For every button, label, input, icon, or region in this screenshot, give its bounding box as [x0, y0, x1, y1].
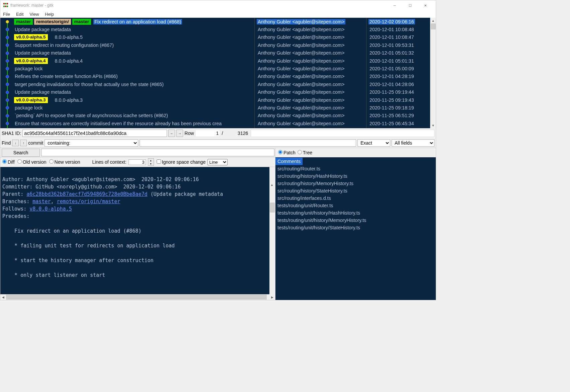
wrap-select[interactable]: Line — [208, 159, 228, 165]
author-cell[interactable]: Anthony Gubler <agubler@sitepen.com> — [255, 73, 366, 80]
commit-row[interactable]: v8.0.0-alpha.38.0.0-alpha.3 — [0, 96, 254, 104]
search-button[interactable]: Search — [2, 149, 40, 157]
ignore-space-checkbox[interactable] — [157, 159, 161, 164]
branch-link-remote[interactable]: remotes/origin/master — [57, 199, 120, 205]
ref-label[interactable]: remotes/origin/ — [34, 18, 71, 25]
commit-row[interactable]: target pending invalidations for those t… — [0, 80, 254, 88]
date-cell[interactable]: 2020-11-25 09:18:19 — [367, 104, 430, 111]
commit-row[interactable]: Update package metadata — [0, 88, 254, 96]
date-cell[interactable]: 2020-12-01 10:08:47 — [367, 33, 430, 41]
author-cell[interactable]: Anthony Gubler <agubler@sitepen.com> — [255, 57, 366, 65]
patch-radio[interactable] — [278, 150, 282, 154]
diff-text[interactable]: Author: Anthony Gubler <agubler@sitepen.… — [0, 167, 275, 294]
commit-row[interactable]: Support redirect in routing configuratio… — [0, 41, 254, 49]
close-button[interactable]: ✕ — [418, 0, 433, 10]
author-cell[interactable]: Anthony Gubler <agubler@sitepen.com> — [255, 25, 366, 33]
date-cell[interactable]: 2020-11-25 09:19:44 — [367, 88, 430, 96]
date-cell[interactable]: 2020-12-01 04:28:06 — [367, 80, 430, 88]
commit-row[interactable]: Update package metadata — [0, 25, 254, 33]
file-item[interactable]: Comments — [275, 158, 303, 165]
file-item[interactable]: tests/routing/unit/Router.ts — [275, 202, 436, 209]
menu-edit[interactable]: Edit — [15, 11, 24, 17]
date-cell[interactable]: 2020-12-01 04:28:19 — [367, 73, 430, 80]
diff-scrollbar[interactable]: ▲ — [269, 167, 275, 294]
date-cell[interactable]: 2020-12-01 05:01:32 — [367, 49, 430, 57]
search-input[interactable] — [41, 149, 274, 156]
author-cell[interactable]: Anthony Gubler <agubler@sitepen.com> — [255, 96, 366, 104]
diff-radio[interactable] — [2, 159, 7, 164]
file-list[interactable]: Commentssrc/routing/Router.tssrc/routing… — [275, 157, 436, 300]
file-item[interactable]: tests/routing/unit/history/StateHistory.… — [275, 224, 436, 231]
date-cell[interactable]: 2020-12-01 10:08:48 — [367, 25, 430, 33]
author-cell[interactable]: Anthony Gubler <agubler@sitepen.com> — [255, 33, 366, 41]
minimize-button[interactable]: ─ — [387, 0, 402, 10]
author-cell[interactable]: Anthony Gubler <agubler@sitepen.com> — [255, 65, 366, 72]
find-mode[interactable]: commit — [28, 140, 43, 146]
find-match-select[interactable]: Exact — [357, 139, 390, 147]
context-input[interactable] — [129, 159, 146, 165]
ref-label[interactable]: v8.0.0-alpha.3 — [14, 97, 48, 103]
author-cell[interactable]: Anthony Gubler <agubler@sitepen.com> — [255, 88, 366, 96]
file-item[interactable]: src/routing/history/MemoryHistory.ts — [275, 180, 436, 187]
commit-row[interactable]: package lock — [0, 65, 254, 72]
nav-forward-button[interactable]: → — [176, 130, 183, 137]
file-item[interactable]: src/routing/interfaces.d.ts — [275, 194, 436, 202]
new-version-radio[interactable] — [49, 159, 54, 164]
date-cell[interactable]: 2020-12-01 05:01:31 — [367, 57, 430, 65]
maximize-button[interactable]: ☐ — [402, 0, 418, 10]
ref-label[interactable]: v8.0.0-alpha.4 — [14, 58, 48, 64]
file-item[interactable]: tests/routing/unit/history/MemoryHistory… — [275, 217, 436, 224]
author-cell[interactable]: Anthony Gubler <agubler@sitepen.com> — [255, 104, 366, 111]
branch-link-master[interactable]: master — [32, 199, 51, 205]
commit-row[interactable]: v8.0.0-alpha.58.0.0-alpha.5 — [0, 33, 254, 41]
sha-input[interactable] — [22, 130, 167, 137]
author-cell[interactable]: Anthony Gubler <agubler@sitepen.com> — [255, 18, 366, 25]
ref-label[interactable]: master — [14, 18, 33, 25]
find-fields-select[interactable]: All fields — [392, 139, 434, 147]
date-cell[interactable]: 2020-12-02 09:06:16 — [367, 18, 430, 25]
author-cell[interactable]: Anthony Gubler <agubler@sitepen.com> — [255, 49, 366, 57]
date-cell[interactable]: 2020-11-25 06:45:34 — [367, 120, 430, 127]
author-cell[interactable]: Anthony Gubler <agubler@sitepen.com> — [255, 80, 366, 88]
date-cell[interactable]: 2020-12-01 09:53:31 — [367, 41, 430, 49]
commit-row[interactable]: Refines the create template function API… — [0, 73, 254, 80]
find-input[interactable] — [140, 139, 356, 147]
commit-row[interactable]: Update package metadata — [0, 49, 254, 57]
menu-help[interactable]: Help — [44, 11, 55, 17]
find-type-select[interactable]: containing: — [45, 139, 138, 147]
commit-row[interactable]: package lock — [0, 104, 254, 111]
author-cell[interactable]: Anthony Gubler <agubler@sitepen.com> — [255, 41, 366, 49]
commit-row[interactable]: masterremotes/origin/masterFix redirect … — [0, 18, 254, 25]
menu-file[interactable]: File — [2, 11, 11, 17]
date-cell[interactable]: 2020-11-25 06:51:29 — [367, 112, 430, 120]
file-item[interactable]: tests/routing/unit/history/HashHistory.t… — [275, 209, 436, 217]
old-version-radio[interactable] — [17, 159, 22, 164]
follows-link[interactable]: v8.0.0-alpha.5 — [29, 206, 72, 212]
file-item[interactable]: src/routing/Router.ts — [275, 165, 436, 172]
commit-row[interactable]: Ensure that resources are correctly init… — [0, 120, 254, 127]
find-prev-button[interactable]: ↑ — [20, 140, 27, 146]
tree-radio[interactable] — [298, 150, 302, 154]
ref-label[interactable]: master — [72, 18, 91, 25]
date-cell[interactable]: 2020-12-01 05:00:09 — [367, 65, 430, 72]
commit-row[interactable]: v8.0.0-alpha.48.0.0-alpha.4 — [0, 57, 254, 65]
context-spinner[interactable]: ▲▼ — [148, 158, 154, 166]
date-list[interactable]: 2020-12-02 09:06:162020-12-01 10:08:4820… — [367, 18, 430, 128]
commit-list[interactable]: masterremotes/origin/masterFix redirect … — [0, 18, 255, 128]
author-cell[interactable]: Anthony Gubler <agubler@sitepen.com> — [255, 120, 366, 127]
ref-label[interactable]: v8.0.0-alpha.5 — [14, 34, 48, 41]
author-cell[interactable]: Anthony Gubler <agubler@sitepen.com> — [255, 112, 366, 120]
nav-back-button[interactable]: ← — [168, 130, 175, 137]
file-item[interactable]: src/routing/history/HashHistory.ts — [275, 172, 436, 180]
scroll-up-icon[interactable]: ▲ — [431, 18, 436, 23]
diff-hscroll[interactable]: ◀▶ — [0, 294, 275, 300]
titlebar[interactable]: framework: master - gitk ─ ☐ ✕ — [0, 0, 436, 10]
find-next-button[interactable]: ↓ — [12, 140, 19, 146]
row-current-input[interactable] — [195, 130, 220, 137]
commit-row[interactable]: `pending` API to expose the state of asy… — [0, 112, 254, 120]
author-list[interactable]: Anthony Gubler <agubler@sitepen.com>Anth… — [255, 18, 367, 128]
file-item[interactable]: src/routing/history/StateHistory.ts — [275, 187, 436, 194]
parent-link[interactable]: a6c28bbd362b87aecf7d594869c728e0Bbe8ae7d — [26, 191, 147, 197]
history-scrollbar[interactable]: ▲ ▼ — [430, 18, 436, 128]
scroll-down-icon[interactable]: ▼ — [431, 123, 436, 128]
